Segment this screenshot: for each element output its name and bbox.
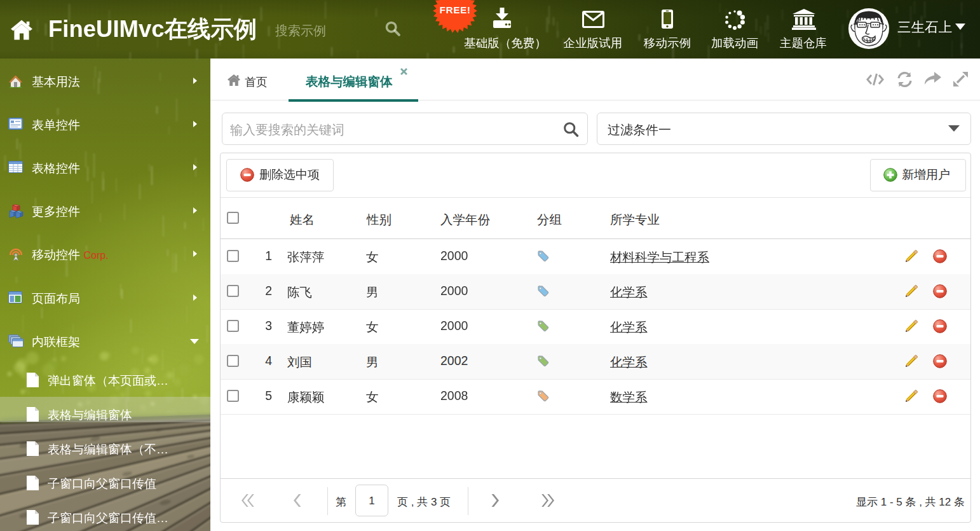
svg-text:FREE!: FREE! xyxy=(440,4,471,15)
